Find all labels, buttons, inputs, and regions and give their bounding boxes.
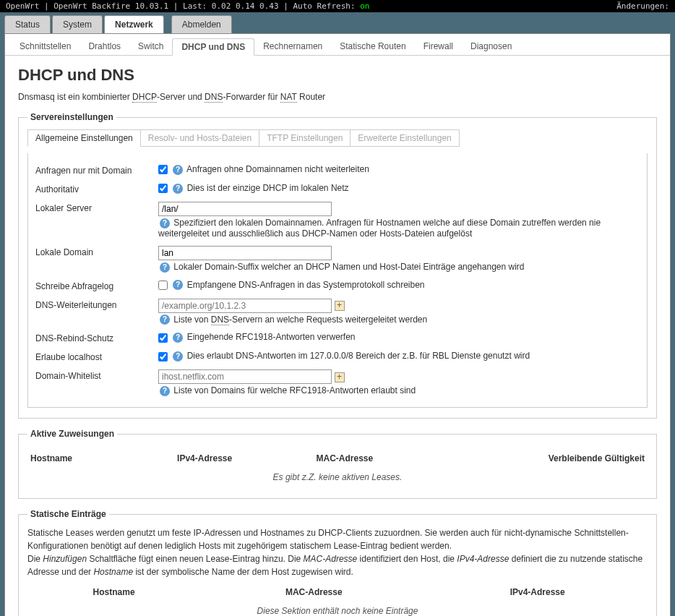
autorefresh-state[interactable]: on <box>360 1 369 11</box>
abbr-dhcp: DHCP <box>132 92 157 103</box>
tab-logout[interactable]: Abmelden <box>171 15 232 33</box>
page-title: DHCP und DNS <box>18 66 657 85</box>
localhost-hint: Dies erlaubt DNS-Antworten im 127.0.0.0/… <box>187 351 530 361</box>
abbr-nat: NAT <box>280 92 297 103</box>
help-icon[interactable]: ? <box>160 218 170 228</box>
th-ipv4: IPv4-Adresse <box>136 450 274 466</box>
changes-label[interactable]: Änderungen: <box>616 1 669 11</box>
rebind-label: DNS-Rebind-Schutz <box>35 332 158 343</box>
localdomain-hint: Lokaler Domain-Suffix welcher an DHCP Na… <box>173 262 524 272</box>
th-remaining: Verbleibende Gültigkeit <box>416 450 648 466</box>
localhost-label: Erlaube localhost <box>35 351 158 362</box>
active-leases-fieldset: Aktive Zuweisungen Hostname IPv4-Adresse… <box>18 429 657 499</box>
dnsforward-label: DNS-Weiterleitungen <box>35 299 158 310</box>
network-subtabs: Schnittstellen Drahtlos Switch DHCP und … <box>5 34 670 56</box>
static-leases-fieldset: Statische Einträge Statische Leases werd… <box>18 509 657 616</box>
subtab-diag[interactable]: Diagnosen <box>462 38 520 55</box>
static-leases-empty: Diese Sektion enthält noch keine Einträg… <box>27 600 648 616</box>
localdomain-label: Lokale Domain <box>35 246 158 257</box>
localserver-input[interactable] <box>158 202 332 216</box>
authoritative-hint: Dies ist der einzige DHCP im lokalen Net… <box>187 183 349 193</box>
th-mac: MAC-Adresse <box>200 584 427 600</box>
active-leases-empty: Es gibt z.Z. keine aktiven Leases. <box>27 466 648 488</box>
help-icon[interactable]: ? <box>173 333 183 343</box>
active-leases-table: Hostname IPv4-Adresse MAC-Adresse Verble… <box>27 450 648 488</box>
subtab-tftp[interactable]: TFTP Einstellungen <box>259 129 351 147</box>
domainneeded-label: Anfragen nur mit Domain <box>35 164 158 176</box>
static-leases-legend: Statische Einträge <box>27 509 109 519</box>
add-icon[interactable] <box>335 301 345 311</box>
static-desc: Statische Leases werden genutzt um feste… <box>27 526 648 578</box>
top-status-bar: OpenWrt | OpenWrt Backfire 10.03.1 | Las… <box>0 0 675 12</box>
dnsforward-input[interactable] <box>158 299 332 313</box>
rebind-checkbox[interactable] <box>158 333 168 343</box>
help-icon[interactable]: ? <box>160 262 170 273</box>
authoritative-label: Authoritativ <box>35 183 158 194</box>
rebind-hint: Eingehende RFC1918-Antworten verwerfen <box>187 332 356 342</box>
help-icon[interactable]: ? <box>173 184 183 194</box>
localhost-checkbox[interactable] <box>158 352 168 362</box>
subtab-firewall[interactable]: Firewall <box>415 38 462 55</box>
subtab-advanced[interactable]: Erweiterte Einstellungen <box>350 129 459 147</box>
brand-label: OpenWrt <box>6 1 39 11</box>
subtab-dhcp-dns[interactable]: DHCP und DNS <box>172 38 254 56</box>
static-leases-table: Hostname MAC-Adresse IPv4-Adresse Diese … <box>27 584 648 616</box>
version-label: OpenWrt Backfire 10.03.1 <box>53 1 168 11</box>
logqueries-hint: Empfangene DNS-Anfragen in das Systempro… <box>187 280 425 290</box>
help-icon[interactable]: ? <box>173 280 183 290</box>
server-subtabs: Allgemeine Einstellungen Resolv- und Hos… <box>27 129 648 147</box>
domainneeded-hint: Anfragen ohne Domainnamen nicht weiterle… <box>186 164 369 174</box>
main-tabs: Status System Netzwerk Abmelden <box>4 15 671 33</box>
whitelist-hint: Liste von Domains für welche RFC1918-Ant… <box>173 385 416 395</box>
abbr-dns: DNS <box>205 92 223 103</box>
page-description: Dnsmasq ist ein kombinierter DHCP-Server… <box>18 92 657 102</box>
server-settings-fieldset: Servereinstellungen Allgemeine Einstellu… <box>18 112 657 419</box>
subtab-general[interactable]: Allgemeine Einstellungen <box>27 129 141 147</box>
localdomain-input[interactable] <box>158 246 332 260</box>
add-icon[interactable] <box>335 372 345 382</box>
help-icon[interactable]: ? <box>173 165 183 175</box>
subtab-interfaces[interactable]: Schnittstellen <box>11 38 79 55</box>
whitelist-input[interactable] <box>158 369 332 384</box>
load-value: 0.02 0.14 0.43 <box>212 1 279 11</box>
active-leases-legend: Aktive Zuweisungen <box>27 429 117 439</box>
subtab-resolv[interactable]: Resolv- und Hosts-Dateien <box>140 129 259 147</box>
logqueries-label: Schreibe Abfragelog <box>35 280 158 291</box>
localserver-hint: Spezifiziert den lokalen Domainnamen. An… <box>158 218 601 239</box>
th-mac: MAC-Adresse <box>273 450 416 466</box>
tab-system[interactable]: System <box>52 15 103 33</box>
help-icon[interactable]: ? <box>173 351 183 362</box>
server-settings-legend: Servereinstellungen <box>27 112 116 122</box>
th-ipv4: IPv4-Adresse <box>427 584 648 600</box>
localserver-label: Lokaler Server <box>35 202 158 213</box>
domainneeded-checkbox[interactable] <box>158 165 168 174</box>
load-label: Last: <box>183 1 207 11</box>
logqueries-checkbox[interactable] <box>158 281 168 290</box>
subtab-switch[interactable]: Switch <box>129 38 172 55</box>
tab-network[interactable]: Netzwerk <box>104 15 164 33</box>
tab-status[interactable]: Status <box>4 15 51 33</box>
subtab-hostnames[interactable]: Rechnernamen <box>254 38 331 55</box>
autorefresh-label: Auto Refresh: <box>293 1 355 11</box>
authoritative-checkbox[interactable] <box>158 184 168 193</box>
whitelist-label: Domain-Whitelist <box>35 369 158 381</box>
subtab-routes[interactable]: Statische Routen <box>331 38 414 55</box>
help-icon[interactable]: ? <box>160 386 170 396</box>
help-icon[interactable]: ? <box>160 315 170 325</box>
th-hostname: Hostname <box>27 584 200 600</box>
abbr-dns: DNS <box>211 315 229 325</box>
th-hostname: Hostname <box>27 450 136 466</box>
subtab-wireless[interactable]: Drahtlos <box>79 38 129 55</box>
